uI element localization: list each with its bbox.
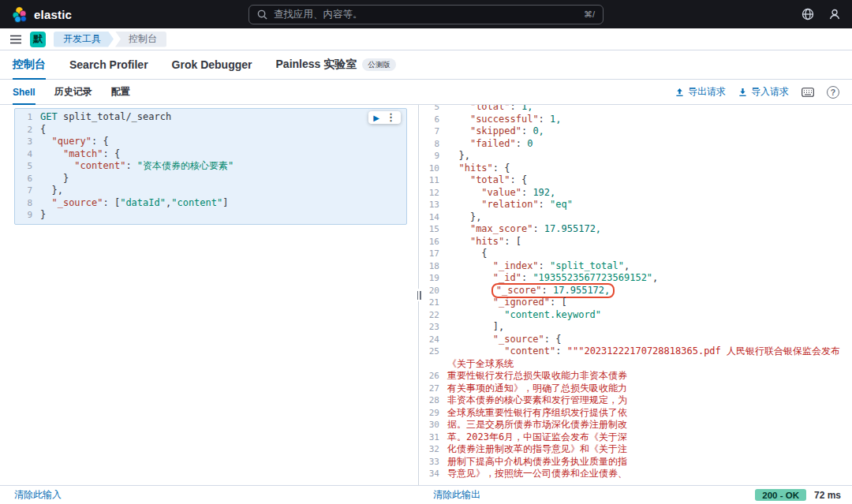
brand-name: elastic [34, 8, 72, 21]
subtab-config[interactable]: 配置 [111, 80, 130, 104]
dev-tools-tabs: 控制台 Search Profiler Grok Debugger Painle… [0, 50, 852, 80]
line-number: 13 [422, 199, 447, 211]
code-line: 17 { [422, 248, 849, 260]
clear-input-link[interactable]: 清除此输入 [14, 489, 62, 500]
response-status-badge: 200 - OK [755, 489, 806, 501]
breadcrumb-bar: 默 开发工具 控制台 [0, 28, 852, 50]
import-icon [738, 88, 747, 97]
code-line: 5 "content": "资本债券的核心要素" [15, 160, 403, 173]
tab-grok-debugger[interactable]: Grok Debugger [172, 50, 252, 79]
code-line: 5 "total": 1, [422, 105, 849, 114]
globe-icon[interactable] [802, 8, 814, 21]
code-line: 32化债券注册制改革的指导意见》和《关于注 [422, 443, 849, 456]
line-number: 17 [422, 248, 447, 260]
line-number: 27 [422, 383, 447, 395]
line-number: 7 [15, 185, 40, 197]
breadcrumb: 开发工具 控制台 [54, 32, 166, 47]
breadcrumb-console[interactable]: 控制台 [115, 32, 166, 47]
brand[interactable]: elastic [11, 6, 72, 23]
line-number: 5 [15, 160, 40, 173]
import-requests-button[interactable]: 导入请求 [738, 85, 789, 99]
line-number: 9 [422, 150, 447, 162]
line-number: 34 [422, 468, 447, 480]
export-icon [675, 88, 684, 97]
tab-painless-lab[interactable]: Painless 实验室 公测版 [276, 50, 396, 79]
space-badge[interactable]: 默 [30, 32, 46, 47]
line-number: 4 [15, 148, 40, 161]
line-number: 16 [422, 236, 447, 248]
line-number: 22 [422, 309, 447, 322]
search-shortcut-hint: ⌘/ [584, 9, 595, 20]
line-number: 9 [15, 209, 40, 222]
line-number: 20 [422, 285, 447, 297]
code-line: 6 "successful": 1, [422, 114, 849, 126]
line-number: 15 [422, 223, 447, 236]
code-line: 24 "_source": { [422, 334, 849, 346]
line-number: 8 [422, 138, 447, 151]
active-request-block[interactable]: 1GET split_total/_search2{3 "query": {4 … [14, 108, 407, 225]
line-number: 1 [15, 111, 40, 124]
clear-output-link[interactable]: 清除此输出 [433, 488, 480, 502]
code-line: 27有关事项的通知》，明确了总损失吸收能力 [422, 383, 849, 395]
divider-drag-handle[interactable] [415, 289, 423, 301]
line-number: 7 [422, 125, 447, 138]
send-request-button[interactable] [373, 114, 379, 122]
code-line: 6 } [15, 173, 403, 185]
line-number: 31 [422, 431, 447, 444]
global-search-input[interactable]: 查找应用、内容等。 ⌘/ [248, 5, 604, 24]
global-header: elastic 查找应用、内容等。 ⌘/ [0, 0, 852, 28]
code-line: 14 }, [422, 211, 849, 224]
code-line: 20 "_score": 17.955172, [422, 285, 849, 297]
code-line: 29全球系统重要性银行有序组织发行提供了依 [422, 407, 849, 420]
elastic-logo-icon [11, 6, 28, 23]
line-number: 10 [422, 162, 447, 175]
console-subtabs: Shell 历史记录 配置 导出请求 导入请求 [0, 80, 852, 105]
code-line: 18 "_index": "split_total", [422, 260, 849, 273]
keyboard-shortcuts-icon[interactable] [802, 88, 814, 97]
bottom-bar: 清除此输入 清除此输出 200 - OK 72 ms [0, 485, 852, 504]
export-requests-button[interactable]: 导出请求 [675, 85, 726, 99]
line-number: 23 [422, 321, 447, 334]
help-icon[interactable] [827, 86, 839, 99]
console-editor-split: 1GET split_total/_search2{3 "query": {4 … [0, 105, 852, 485]
code-line: 15 "max_score": 17.955172, [422, 223, 849, 236]
tab-console[interactable]: 控制台 [13, 50, 46, 79]
line-number: 26 [422, 370, 447, 383]
line-number: 24 [422, 334, 447, 346]
code-line: 7 "skipped": 0, [422, 125, 849, 138]
hamburger-menu-icon[interactable] [9, 34, 22, 45]
tab-search-profiler[interactable]: Search Profiler [69, 50, 148, 79]
line-number: 18 [422, 260, 447, 273]
code-line: 30据。三是交易所债券市场深化债券注册制改 [422, 419, 849, 431]
line-number: 12 [422, 187, 447, 200]
code-line: 19 "_id": "1935523567723569152", [422, 272, 849, 285]
code-line: 12 "value": 192, [422, 187, 849, 200]
search-placeholder: 查找应用、内容等。 [274, 8, 577, 21]
code-line: 21 "_ignored": [ [422, 297, 849, 309]
code-line: 22 "content.keyword" [422, 309, 849, 322]
response-pane[interactable]: 5 "total": 1,6 "successful": 1,7 "skippe… [422, 105, 852, 485]
bottom-left: 清除此输入 [0, 488, 422, 502]
code-line: 2{ [15, 124, 403, 136]
request-editor-pane[interactable]: 1GET split_total/_search2{3 "query": {4 … [0, 105, 416, 485]
request-toolbar [368, 111, 401, 124]
line-number: 19 [422, 272, 447, 285]
bottom-right: 清除此输出 200 - OK 72 ms [422, 488, 852, 502]
request-code: 1GET split_total/_search2{3 "query": {4 … [15, 111, 403, 222]
code-line: 28非资本债券的核心要素和发行管理规定，为 [422, 394, 849, 407]
request-options-icon[interactable] [386, 113, 396, 122]
code-line: 26重要性银行发行总损失吸收能力非资本债券 [422, 370, 849, 383]
breadcrumb-dev-tools[interactable]: 开发工具 [54, 32, 114, 47]
code-line: 10 "hits": { [422, 162, 849, 175]
subtab-shell[interactable]: Shell [13, 80, 36, 104]
code-line: 25 "content": """20231222170728818365.pd… [422, 345, 849, 370]
pane-divider [416, 105, 422, 485]
line-number: 8 [15, 197, 40, 210]
line-number: 30 [422, 419, 447, 431]
line-number: 25 [422, 345, 447, 370]
subtab-history[interactable]: 历史记录 [54, 80, 92, 104]
line-number: 28 [422, 394, 447, 407]
line-number: 21 [422, 297, 447, 309]
user-profile-icon[interactable] [828, 8, 841, 21]
line-number: 3 [15, 136, 40, 148]
